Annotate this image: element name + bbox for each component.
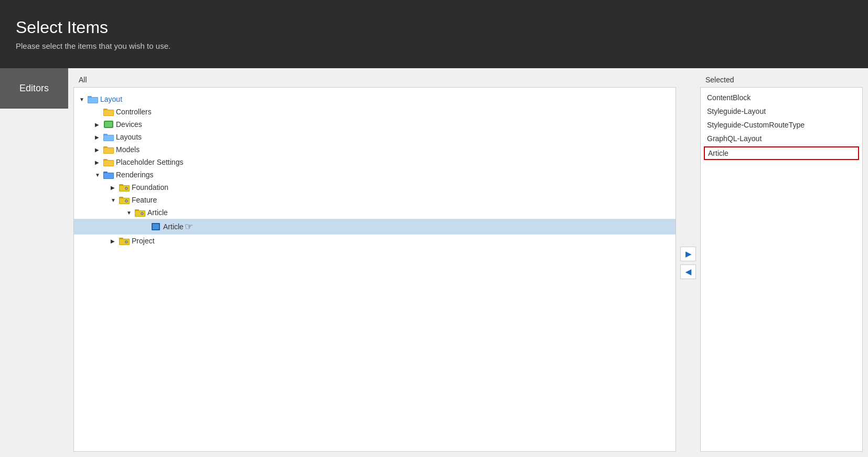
tree-node-feature[interactable]: ▼ Feature (74, 194, 676, 206)
tree-node-models[interactable]: ▶ Models (74, 143, 676, 156)
selected-item-graphql-layout[interactable]: GraphQL-Layout (701, 132, 862, 145)
svg-rect-10 (104, 135, 113, 141)
svg-point-34 (142, 213, 143, 214)
folder-yellow-gear-icon-feature (119, 196, 130, 204)
svg-point-29 (126, 200, 127, 201)
svg-rect-16 (104, 161, 113, 166)
toggle-renderings[interactable]: ▼ (95, 172, 103, 178)
tree-node-models-label: Models (116, 145, 140, 154)
page-header: Select Items Please select the items tha… (0, 0, 868, 68)
svg-point-41 (126, 241, 127, 242)
selected-item-article[interactable]: Article (704, 146, 859, 160)
tree-node-article-folder[interactable]: ▼ Article (74, 206, 676, 219)
transfer-buttons: ▶ ◀ (676, 68, 700, 457)
folder-yellow-icon-placeholder (103, 158, 114, 166)
svg-rect-5 (104, 110, 113, 115)
tree-node-placeholder-settings-label: Placeholder Settings (116, 158, 183, 166)
selected-label: Selected (701, 73, 863, 87)
sidebar-item-editors[interactable]: Editors (0, 68, 68, 109)
toggle-foundation[interactable]: ▶ (111, 185, 119, 190)
folder-blue-icon-layouts (103, 133, 114, 141)
selected-item-styleguide-layout[interactable]: Styleguide-Layout (701, 104, 862, 118)
toggle-article-folder[interactable]: ▼ (126, 210, 135, 216)
remove-button[interactable]: ◀ (680, 264, 696, 279)
tree-node-feature-label: Feature (132, 196, 157, 204)
add-button[interactable]: ▶ (680, 247, 696, 261)
tree-node-devices-label: Devices (116, 120, 142, 129)
device-icon (103, 120, 114, 129)
svg-rect-7 (105, 122, 112, 127)
tree-node-foundation[interactable]: ▶ Foundation (74, 181, 676, 194)
svg-rect-36 (153, 224, 159, 229)
selected-item-content-block[interactable]: ContentBlock (701, 91, 862, 104)
folder-yellow-gear-icon-foundation (119, 183, 130, 192)
selected-panel: Selected ContentBlock Styleguide-Layout … (700, 68, 868, 457)
article-blue-icon (151, 222, 161, 231)
tree-node-layout-label: Layout (100, 95, 122, 103)
toggle-project[interactable]: ▶ (111, 238, 119, 244)
all-label: All (74, 73, 676, 87)
tree-node-foundation-label: Foundation (132, 183, 168, 192)
selected-item-styleguide-custom[interactable]: Styleguide-CustomRouteType (701, 118, 862, 132)
cursor-indicator: ☞ (185, 221, 193, 232)
page-title: Select Items (16, 18, 852, 37)
tree-node-article-folder-label: Article (147, 208, 168, 217)
folder-yellow-gear-icon-project (119, 237, 130, 245)
toggle-devices[interactable]: ▶ (95, 122, 103, 127)
tree-node-renderings-label: Renderings (116, 171, 154, 179)
toggle-models[interactable]: ▶ (95, 147, 103, 153)
svg-point-24 (126, 188, 127, 189)
folder-yellow-gear-icon-article (135, 208, 145, 217)
page-subtitle: Please select the items that you wish to… (16, 41, 852, 50)
tree-node-project[interactable]: ▶ Project (74, 235, 676, 247)
main-panel: All ▼ Layout (68, 68, 676, 457)
toggle-layouts[interactable]: ▶ (95, 134, 103, 140)
toggle-feature[interactable]: ▼ (111, 197, 119, 203)
tree-node-layout[interactable]: ▼ Layout (74, 93, 676, 105)
folder-yellow-icon-models (103, 145, 114, 154)
sidebar: Editors (0, 68, 68, 457)
folder-yellow-icon-controllers (103, 108, 114, 116)
tree-node-renderings[interactable]: ▼ Renderings (74, 168, 676, 181)
tree-node-controllers-label: Controllers (116, 108, 152, 116)
toggle-layout[interactable]: ▼ (79, 97, 88, 102)
tree-node-article-item[interactable]: Article ☞ (74, 219, 676, 235)
tree-node-placeholder-settings[interactable]: ▶ Placeholder Settings (74, 156, 676, 168)
selected-list[interactable]: ContentBlock Styleguide-Layout Styleguid… (700, 87, 863, 452)
folder-blue-icon (88, 95, 98, 103)
tree-node-controllers[interactable]: Controllers (74, 105, 676, 118)
svg-rect-13 (104, 148, 113, 153)
tree-panel[interactable]: ▼ Layout (73, 87, 676, 452)
renderings-icon (103, 171, 114, 179)
tree-node-layouts-label: Layouts (116, 133, 142, 141)
tree-node-devices[interactable]: ▶ Devices (74, 118, 676, 131)
content-area: Editors All ▼ Layout (0, 68, 868, 457)
toggle-placeholder-settings[interactable]: ▶ (95, 160, 103, 165)
svg-rect-2 (88, 98, 98, 103)
svg-rect-19 (104, 173, 113, 178)
tree-node-project-label: Project (132, 237, 155, 245)
tree-node-article-item-label: Article (163, 222, 184, 231)
tree-node-layouts[interactable]: ▶ Layouts (74, 131, 676, 143)
